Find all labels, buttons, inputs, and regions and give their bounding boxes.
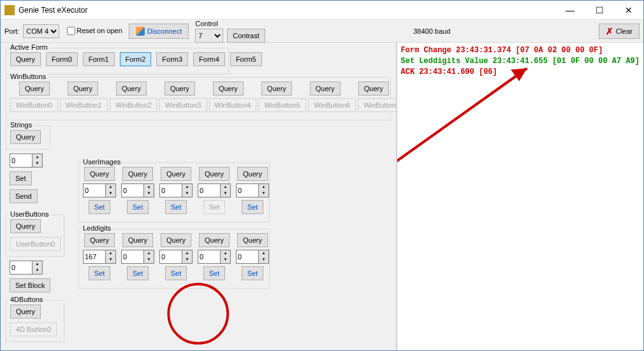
winbutton-5: WinButton5 (258, 98, 306, 112)
control-label: Control (195, 20, 265, 27)
strings-set[interactable]: Set (10, 171, 32, 185)
winbutton-4: WinButton4 (209, 98, 257, 112)
leddigits-spin-1[interactable]: ▲▼ (121, 250, 154, 264)
leddigits-set-1[interactable]: Set (127, 266, 149, 280)
winbutton-6: WinButton6 (308, 98, 356, 112)
userimages-set-4[interactable]: Set (242, 200, 264, 214)
form-tab-4[interactable]: Form4 (193, 52, 225, 66)
userimages-set-0[interactable]: Set (89, 200, 111, 214)
port-label: Port: (4, 27, 19, 35)
winbutton-2: WinButton2 (110, 98, 157, 112)
leddigits-label: Leddigits (82, 224, 112, 232)
winbutton-query-6[interactable]: Query (310, 82, 340, 96)
userbutton0: UserButton0 (10, 237, 61, 251)
leddigits-query-3[interactable]: Query (199, 233, 230, 247)
clear-icon: ✗ (606, 26, 613, 36)
winbutton-1: WinButton1 (60, 98, 108, 112)
maximize-button[interactable]: ☐ (585, 1, 614, 19)
disconnect-icon (136, 27, 145, 36)
leddigits-query-2[interactable]: Query (161, 233, 191, 247)
userbuttons-label: UserButtons (9, 210, 50, 218)
leddigits-query-1[interactable]: Query (122, 233, 153, 247)
form-tab-1[interactable]: Form1 (83, 52, 115, 66)
userimages-query-4[interactable]: Query (237, 167, 268, 181)
fourd-query[interactable]: Query (10, 304, 41, 319)
close-button[interactable]: ✕ (614, 1, 643, 19)
userimages-query-3[interactable]: Query (199, 167, 230, 181)
window-title: Genie Test eXecutor (18, 6, 555, 15)
winbuttons-label: WinButtons (9, 73, 47, 80)
leddigits-spin-2[interactable]: ▲▼ (159, 250, 193, 264)
userimages-query-0[interactable]: Query (84, 167, 115, 181)
winbutton-query-5[interactable]: Query (261, 82, 292, 96)
leddigits-query-4[interactable]: Query (237, 233, 268, 247)
strings-label: Strings (9, 121, 33, 129)
contrast-button[interactable]: Contrast (227, 29, 265, 43)
form-tab-3[interactable]: Form3 (156, 52, 188, 66)
userimages-query-2[interactable]: Query (161, 167, 191, 181)
form-tab-0[interactable]: Form0 (46, 52, 78, 66)
fourd-button0: 4D Button0 (10, 322, 57, 336)
winbutton-query-1[interactable]: Query (68, 82, 98, 96)
winbutton-3: WinButton3 (159, 98, 207, 112)
activeform-query[interactable]: Query (10, 52, 41, 66)
leddigits-set-4[interactable]: Set (242, 266, 264, 280)
userimages-set-3: Set (203, 200, 226, 214)
leddigits-spin-4[interactable]: ▲▼ (236, 250, 269, 264)
winbutton-query-4[interactable]: Query (213, 82, 244, 96)
userimages-set-1[interactable]: Set (127, 200, 149, 214)
userbuttons-spin[interactable]: ▲▼ (10, 261, 43, 275)
form-tab-5[interactable]: Form5 (230, 52, 262, 66)
winbutton-query-2[interactable]: Query (116, 82, 147, 96)
disconnect-button[interactable]: Disconnect (129, 24, 189, 39)
userimages-spin-2[interactable]: ▲▼ (159, 183, 193, 197)
minimize-button[interactable]: — (555, 1, 585, 19)
strings-query[interactable]: Query (10, 130, 41, 144)
userimages-set-2[interactable]: Set (165, 200, 187, 214)
winbutton-0: WinButton0 (10, 98, 58, 112)
log-line: ACK 23:43:41.690 [06] (401, 67, 640, 78)
activeform-label: Active Form (9, 43, 49, 51)
fourd-label: 4DButtons (9, 296, 44, 303)
leddigits-set-2[interactable]: Set (165, 266, 187, 280)
winbutton-query-3[interactable]: Query (165, 82, 195, 96)
leddigits-set-0[interactable]: Set (89, 266, 111, 280)
baud-label: 38400 baud (269, 27, 595, 35)
winbutton-7: WinButton7 (358, 98, 395, 112)
clear-button[interactable]: ✗ Clear (599, 24, 640, 39)
svg-line-1 (397, 68, 527, 299)
strings-spin[interactable]: ▲▼ (10, 154, 43, 168)
app-icon (4, 5, 15, 15)
userimages-spin-1[interactable]: ▲▼ (121, 183, 154, 197)
log-line: Set Leddigits Value 23:43:41.655 [01 0F … (401, 56, 640, 67)
leddigits-spin-0[interactable]: ▲▼ (83, 250, 116, 264)
userimages-spin-4[interactable]: ▲▼ (236, 183, 269, 197)
userimages-spin-0[interactable]: ▲▼ (83, 183, 116, 197)
form-tab-2[interactable]: Form2 (120, 52, 152, 66)
userimages-query-1[interactable]: Query (122, 167, 153, 181)
leddigits-spin-3[interactable]: ▲▼ (198, 250, 231, 264)
log-line: Form Change 23:43:31.374 [07 0A 02 00 00… (401, 45, 640, 56)
reset-on-open[interactable]: Reset on open (67, 27, 122, 36)
winbutton-query-0[interactable]: Query (19, 82, 50, 96)
control-select[interactable]: 7 (195, 29, 223, 43)
userbuttons-query[interactable]: Query (10, 219, 41, 233)
strings-send[interactable]: Send (10, 189, 38, 203)
port-select[interactable]: COM 4 (23, 24, 59, 38)
leddigits-set-3[interactable]: Set (203, 266, 226, 280)
userbuttons-setblock[interactable]: Set Block (10, 278, 50, 292)
leddigits-query-0[interactable]: Query (84, 233, 115, 247)
winbutton-query-7[interactable]: Query (358, 82, 389, 96)
userimages-spin-3[interactable]: ▲▼ (198, 183, 231, 197)
userimages-label: UserImages (82, 158, 122, 166)
